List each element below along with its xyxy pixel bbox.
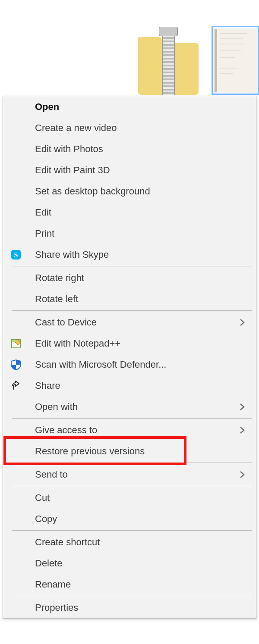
menu-item-label: Properties <box>29 602 256 613</box>
menu-item-label: Open <box>29 101 256 113</box>
menu-item-label: Rename <box>29 579 256 590</box>
menu-item-cut[interactable]: Cut <box>3 487 256 508</box>
menu-item-label: Edit <box>29 207 256 218</box>
zip-folder-icon[interactable] <box>138 30 199 95</box>
menu-item-label: Edit with Paint 3D <box>29 165 256 176</box>
chevron-right-icon <box>239 402 256 412</box>
menu-item-rename[interactable]: Rename <box>3 574 256 595</box>
menu-item-label: Share <box>29 380 256 391</box>
menu-separator <box>12 418 252 419</box>
selected-image-thumbnail[interactable] <box>212 26 259 95</box>
menu-item-rotate-left[interactable]: Rotate left <box>3 288 256 309</box>
defender-icon <box>3 359 29 370</box>
menu-item-label: Copy <box>29 513 256 525</box>
menu-item-label: Share with Skype <box>29 249 256 260</box>
menu-item-label: Rotate right <box>29 272 256 284</box>
menu-item-label: Delete <box>29 558 256 569</box>
share-icon <box>3 380 29 391</box>
menu-item-label: Create a new video <box>29 122 256 134</box>
menu-item-label: Print <box>29 228 256 239</box>
menu-item-cast-to-device[interactable]: Cast to Device <box>3 312 256 333</box>
menu-item-create-a-new-video[interactable]: Create a new video <box>3 117 256 138</box>
menu-item-copy[interactable]: Copy <box>3 508 256 529</box>
menu-item-label: Send to <box>29 469 239 480</box>
menu-item-label: Rotate left <box>29 294 256 305</box>
menu-item-label: Set as desktop background <box>29 186 256 197</box>
svg-text:S: S <box>14 251 18 259</box>
menu-item-open[interactable]: Open <box>3 96 256 117</box>
menu-item-give-access-to[interactable]: Give access to <box>3 419 256 441</box>
menu-item-label: Restore previous versions <box>29 446 256 457</box>
menu-separator <box>12 486 252 486</box>
menu-item-edit-with-paint-3d[interactable]: Edit with Paint 3D <box>3 159 256 181</box>
chevron-right-icon <box>239 425 256 435</box>
menu-item-share[interactable]: Share <box>3 375 256 396</box>
menu-item-delete[interactable]: Delete <box>3 553 256 574</box>
menu-item-open-with[interactable]: Open with <box>3 396 256 417</box>
menu-separator <box>12 596 252 596</box>
menu-item-edit-with-notepad[interactable]: Edit with Notepad++ <box>3 333 256 354</box>
menu-item-share-with-skype[interactable]: SShare with Skype <box>3 244 256 265</box>
menu-separator <box>12 310 252 311</box>
chevron-right-icon <box>239 470 256 479</box>
menu-item-send-to[interactable]: Send to <box>3 464 256 485</box>
notepad-icon <box>3 338 29 349</box>
skype-icon: S <box>3 249 29 260</box>
menu-separator <box>12 266 252 266</box>
menu-item-set-as-desktop-background[interactable]: Set as desktop background <box>3 181 256 202</box>
context-menu: OpenCreate a new videoEdit with PhotosEd… <box>3 96 256 619</box>
menu-item-properties[interactable]: Properties <box>3 597 256 618</box>
menu-item-restore-previous-versions[interactable]: Restore previous versions <box>3 441 256 462</box>
chevron-right-icon <box>239 318 256 327</box>
menu-item-rotate-right[interactable]: Rotate right <box>3 267 256 288</box>
menu-item-edit[interactable]: Edit <box>3 202 256 223</box>
menu-item-print[interactable]: Print <box>3 223 256 244</box>
menu-item-label: Create shortcut <box>29 537 256 548</box>
menu-item-edit-with-photos[interactable]: Edit with Photos <box>3 138 256 159</box>
menu-item-label: Edit with Photos <box>29 144 256 155</box>
menu-item-label: Cut <box>29 492 256 503</box>
menu-item-label: Edit with Notepad++ <box>29 338 256 349</box>
menu-item-label: Give access to <box>29 425 239 436</box>
menu-separator <box>12 463 252 463</box>
menu-item-label: Open with <box>29 401 239 413</box>
menu-item-create-shortcut[interactable]: Create shortcut <box>3 531 256 553</box>
menu-separator <box>12 530 252 531</box>
menu-item-scan-with-microsoft-defender[interactable]: Scan with Microsoft Defender... <box>3 354 256 375</box>
menu-item-label: Scan with Microsoft Defender... <box>29 359 256 370</box>
menu-item-label: Cast to Device <box>29 317 239 328</box>
